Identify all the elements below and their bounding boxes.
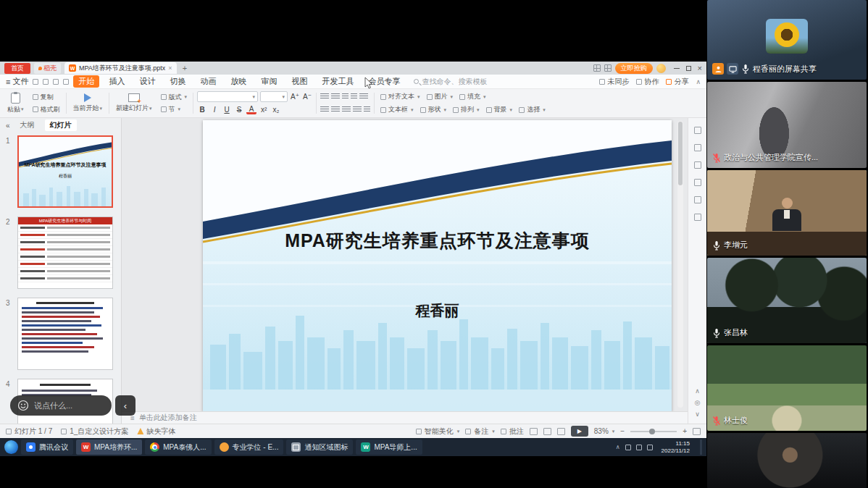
- fit-slide-icon[interactable]: [693, 428, 701, 435]
- align-justify-icon[interactable]: [353, 106, 362, 113]
- picture-button[interactable]: 图片▾: [425, 91, 456, 102]
- menu-review[interactable]: 审阅: [256, 75, 282, 88]
- slide-presenter-name[interactable]: 程香丽: [203, 301, 672, 321]
- shape-button[interactable]: 形状▾: [418, 104, 449, 115]
- tab-home[interactable]: 首页: [4, 63, 30, 74]
- comment-icon[interactable]: [694, 179, 701, 186]
- chat-input[interactable]: 说点什么...: [10, 395, 112, 416]
- slide-title[interactable]: MPA研究生培养重点环节及注意事项: [203, 229, 672, 253]
- participant-tile[interactable]: 政治与公共管理学院宣传...: [707, 82, 867, 168]
- font-color-button[interactable]: A: [246, 106, 256, 114]
- play-from-current-button[interactable]: 当前开始▾: [70, 91, 106, 116]
- new-tab-button[interactable]: +: [180, 64, 189, 72]
- collab-button[interactable]: 协作: [636, 77, 659, 87]
- start-button[interactable]: [4, 440, 18, 454]
- current-slide[interactable]: MPA研究生培养重点环节及注意事项 程香丽: [203, 120, 672, 411]
- bullet-list-icon[interactable]: [320, 93, 329, 100]
- taskbar-item-chrome[interactable]: MPA泰佛人...: [145, 439, 211, 455]
- emoji-icon[interactable]: [17, 400, 29, 411]
- missing-font-warning[interactable]: 缺失字体: [137, 426, 175, 437]
- zoom-slider[interactable]: [630, 431, 677, 432]
- numbered-list-icon[interactable]: [331, 93, 340, 100]
- participant-tile[interactable]: 林士俊: [707, 345, 867, 431]
- slide-thumbnail-2[interactable]: MPA研究生培养环节与时间: [17, 216, 113, 289]
- align-right-icon[interactable]: [342, 106, 351, 113]
- subscript-button[interactable]: x₂: [271, 105, 281, 115]
- notes-button[interactable]: 备注▾: [465, 426, 495, 437]
- normal-view-icon[interactable]: [530, 428, 538, 435]
- save-icon[interactable]: [33, 79, 38, 85]
- bold-button[interactable]: B: [197, 105, 207, 115]
- tab-slides[interactable]: 幻灯片: [45, 119, 77, 131]
- taskbar-item-notification-settings[interactable]: 通知区域图标: [286, 439, 353, 455]
- slide-thumbnail-3[interactable]: [17, 298, 113, 370]
- promo-button[interactable]: 立即抢购: [615, 63, 653, 74]
- slide-thumbnail-1[interactable]: MPA研究生培养重点环节及注意事项 程香丽: [17, 135, 113, 208]
- participant-tile-screenshare[interactable]: 程香丽的屏幕共享: [707, 0, 867, 80]
- menu-insert[interactable]: 插入: [104, 75, 130, 88]
- close-window-icon[interactable]: ×: [698, 64, 702, 72]
- indent-increase-icon[interactable]: [351, 93, 357, 100]
- taskbar-item-degree[interactable]: 专业学位 - E...: [214, 439, 284, 455]
- redo-icon[interactable]: [63, 79, 69, 85]
- vertical-scrollbar[interactable]: [677, 121, 683, 408]
- minimize-icon[interactable]: [674, 68, 680, 69]
- participant-tile[interactable]: [707, 433, 867, 488]
- font-family-select[interactable]: ▾: [197, 91, 258, 102]
- layout-button[interactable]: 版式▾: [159, 92, 190, 103]
- scrollbar-thumb[interactable]: [678, 122, 683, 185]
- collapse-panel-button[interactable]: «: [6, 122, 10, 130]
- sync-status[interactable]: 未同步: [599, 77, 629, 87]
- network-icon[interactable]: [625, 445, 631, 450]
- taskbar-item-wps2[interactable]: WMPA导师上...: [356, 439, 422, 455]
- close-tab-icon[interactable]: ×: [168, 64, 172, 72]
- collapse-chat-button[interactable]: ‹: [115, 395, 135, 416]
- zoom-level[interactable]: 83%▾: [594, 427, 615, 435]
- ime-icon[interactable]: [647, 445, 653, 450]
- document-tab[interactable]: W MPA培养环节及注意事项.pptx ×: [64, 62, 177, 74]
- underline-button[interactable]: U: [222, 105, 232, 115]
- zoom-slider-knob[interactable]: [649, 429, 655, 434]
- assistant-icon[interactable]: [694, 214, 701, 221]
- share-button[interactable]: 分享: [666, 77, 688, 87]
- previous-slide-button[interactable]: ∧: [695, 387, 700, 395]
- tab-docer[interactable]: 稻壳: [34, 63, 61, 74]
- increase-font-button[interactable]: A⁺: [290, 92, 300, 102]
- menu-view[interactable]: 视图: [286, 75, 312, 88]
- columns-icon[interactable]: [364, 106, 370, 113]
- restore-icon[interactable]: [686, 66, 691, 71]
- format-painter-button[interactable]: 格式刷: [30, 104, 62, 115]
- arrange-button[interactable]: 排列▾: [451, 104, 482, 115]
- slideshow-play-button[interactable]: ▶: [571, 426, 588, 437]
- undo-icon[interactable]: [53, 79, 59, 85]
- print-icon[interactable]: [43, 79, 49, 85]
- menu-design[interactable]: 设计: [134, 75, 160, 88]
- tray-expand-icon[interactable]: ∧: [616, 444, 620, 450]
- next-slide-button[interactable]: ∨: [695, 411, 700, 418]
- volume-icon[interactable]: [636, 445, 642, 450]
- indent-decrease-icon[interactable]: [342, 93, 349, 100]
- command-search-input[interactable]: 查找命令、搜索模板: [414, 77, 487, 87]
- superscript-button[interactable]: x²: [259, 105, 269, 115]
- tab-list-icon[interactable]: [604, 64, 612, 72]
- file-menu[interactable]: ≡文件: [6, 76, 28, 87]
- taskbar-clock[interactable]: 11:15 2022/11/12: [656, 440, 697, 454]
- favorites-icon[interactable]: [694, 161, 701, 169]
- reading-view-icon[interactable]: [557, 428, 565, 435]
- zoom-in-button[interactable]: +: [683, 427, 687, 435]
- decrease-font-button[interactable]: A⁻: [302, 92, 312, 102]
- slide-sorter-icon[interactable]: [543, 428, 551, 435]
- textbox-button[interactable]: 文本框▾: [378, 104, 416, 115]
- section-button[interactable]: 节▾: [159, 104, 190, 115]
- taskbar-item-wps[interactable]: WMPA培养环...: [76, 439, 142, 455]
- settings-icon[interactable]: [694, 127, 701, 134]
- line-spacing-icon[interactable]: [359, 93, 368, 100]
- slide-canvas[interactable]: MPA研究生培养重点环节及注意事项 程香丽 ≡ 单击此处添加备注: [122, 118, 688, 424]
- italic-button[interactable]: I: [209, 105, 220, 115]
- align-left-icon[interactable]: [320, 106, 329, 113]
- properties-icon[interactable]: [694, 196, 701, 203]
- menu-devtools[interactable]: 开发工具: [317, 75, 359, 88]
- comments-button[interactable]: 批注: [501, 426, 524, 437]
- menu-animation[interactable]: 动画: [195, 75, 221, 88]
- show-desktop-button[interactable]: [700, 439, 702, 455]
